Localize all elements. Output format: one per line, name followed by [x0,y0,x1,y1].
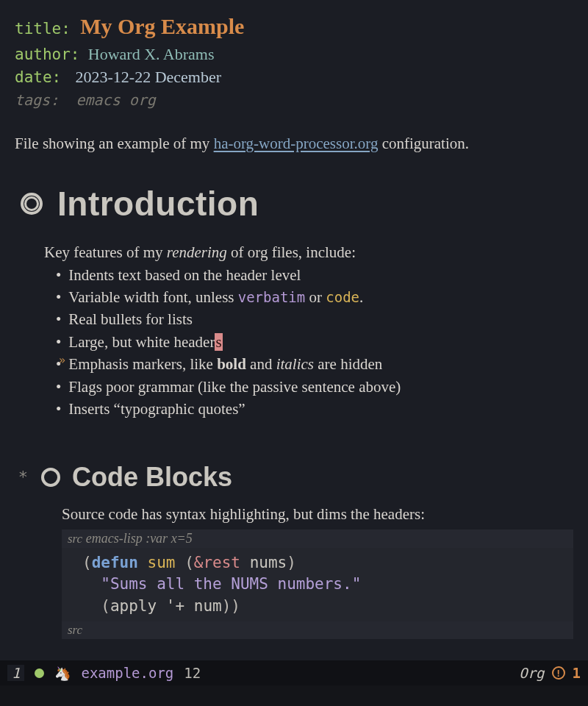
meta-key-date: date [15,68,52,86]
list-item: • Flags poor grammar (like the passive s… [56,376,573,398]
warning-icon[interactable]: ! [552,666,565,680]
editor-buffer[interactable]: title: My Org Example author: Howard X. … [0,0,588,639]
bullet-icon: • [56,286,61,308]
feature-list: • Indents text based on the header level… [15,264,573,421]
list-item: • Large, but white headers [56,331,573,353]
meta-title-line: title: My Org Example [15,10,573,43]
src-code[interactable]: (defun sum (&rest nums) "Sums all the NU… [62,548,573,621]
list-item: • Indents text based on the header level [56,264,573,286]
modified-indicator-icon [35,668,44,678]
buffer-filename[interactable]: example.org [81,665,173,681]
heading-introduction-text: Introduction [57,184,259,224]
bullet-icon: • [56,398,61,420]
heading-code-blocks-text: Code Blocks [72,462,232,493]
heading-bullet-icon [21,193,43,215]
src-block: src emacs-lisp :var x=5 (defun sum (&res… [15,530,573,639]
line-number: 12 [184,665,201,681]
meta-author-line: author: Howard X. Abrams [15,43,573,66]
project-icon: 🦄 [54,666,71,681]
code-line: (defun sum (&rest nums) [82,552,559,574]
document-date: 2023-12-22 December [65,68,221,86]
intro-paragraph: File showing an example of my ha-org-wor… [15,132,573,154]
bullet-icon: • [56,331,61,353]
verbatim-text: verbatim [238,289,306,305]
bullet-icon: • [56,308,61,330]
list-item: » • Emphasis markers, like bold and ital… [56,353,573,375]
document-title: My Org Example [74,14,244,38]
heading-code-blocks: * Code Blocks [15,462,573,493]
heading-introduction: Introduction [15,184,573,224]
major-mode[interactable]: Org [519,665,544,681]
list-item: • Inserts “typographic quotes” [56,398,573,420]
meta-key-author: author [15,46,71,63]
intro-lead: Key features of my rendering of org file… [15,241,573,263]
src-end-line: src [62,621,573,639]
meta-date-line: date: 2023-12-22 December [15,65,573,89]
meta-tags-line: tags: emacs org [15,89,573,111]
list-item: • Real bullets for lists [56,308,573,330]
src-begin-line: src emacs-lisp :var x=5 [62,530,573,548]
code-blocks-lead: Source code has syntax highlighting, but… [15,503,573,525]
warning-count: 1 [573,665,581,681]
bullet-icon: • [56,264,61,286]
window-number: 1 [7,665,24,681]
modeline[interactable]: 1 🦄 example.org 12 Org ! 1 [0,660,588,685]
list-item: • Variable width font, unless verbatim o… [56,286,573,308]
config-file-link[interactable]: ha-org-word-processor.org [214,135,379,152]
meta-key-title: title [15,20,61,38]
code-line: (apply '+ num)) [82,596,559,617]
code-text: code [326,289,359,305]
document-tags: emacs org [62,91,155,109]
cursor-highlight: s [215,333,222,351]
bullet-icon: • [56,376,61,398]
heading-bullet-icon [41,468,60,487]
code-line: "Sums all the NUMS numbers." [82,574,559,595]
meta-key-tags: tags: [15,91,59,109]
document-author: Howard X. Abrams [84,45,215,63]
heading-star-icon: * [15,468,29,486]
minibuffer[interactable] [0,685,588,706]
fringe-chevron-icon: » [59,353,65,369]
